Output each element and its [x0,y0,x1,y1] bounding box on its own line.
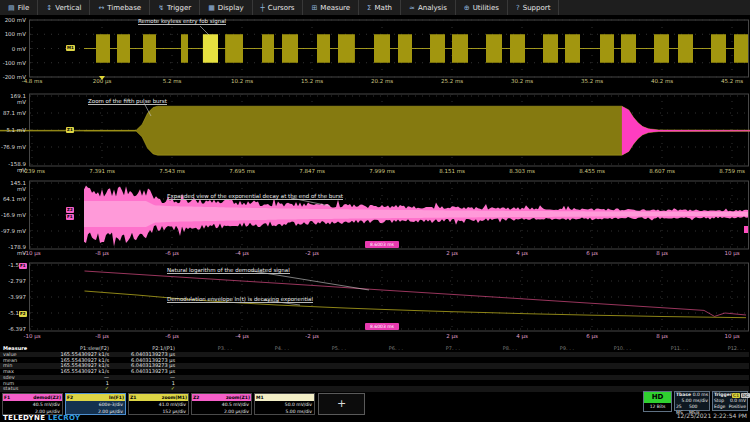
x-tick-label: -6 µs [150,333,194,339]
annotation-fifth-burst: Zoom of the fifth pulse burst [88,98,167,105]
x-tick-label: 8.759 ms [710,168,750,174]
measure-cell [293,386,350,392]
y-tick-label: -16.9 mV [0,212,26,218]
x-tick-label: 15.2 ms [290,78,334,84]
add-trace-button[interactable]: + [318,393,365,415]
analysis-icon: ≈ [409,4,415,12]
vertical-scale: 41.0 mV/div [129,401,188,408]
trace-chip-m1[interactable]: M1 [66,45,75,51]
horizontal-scale: 2.00 µs/div [3,408,62,415]
waveform-panel-m1[interactable]: Remote keyless entry fob signal 200 mV10… [0,17,750,90]
trigger-slope: Positive [729,404,746,410]
timebase-rate: 500 MS/s [689,404,708,410]
datetime: 12/25/2021 2:22:54 PM [677,412,747,419]
waveform-panel-z2[interactable]: Expanded view of the exponential decay a… [0,179,750,261]
x-tick-label: 40.2 ms [640,78,684,84]
x-tick-label: 7.239 ms [10,168,54,174]
measure-cell [350,386,407,392]
file-icon: ▤ [8,4,15,12]
menu-timebase[interactable]: ↔Timebase [90,0,150,15]
descriptor-f2[interactable]: F2ln(F1)600e-3/div2.00 µs/div [65,393,126,415]
z2-waveform [0,179,750,261]
menu-cursors[interactable]: ┼Cursors [253,0,304,15]
brand-logo: TELEDYNE LECROY [3,414,80,422]
acquisition-mode-badge[interactable]: HD 12 Bits [643,391,672,412]
waveform-panel-z1[interactable]: Zoom of the fifth pulse burst 169.1 mV87… [0,90,750,179]
descriptor-f1[interactable]: F1demod(Z2)40.5 mV/div2.00 µs/div [2,393,63,415]
x-tick-label: 8 µs [640,333,684,339]
x-tick-label: 30.2 ms [500,78,544,84]
x-tick-label: -4 µs [220,333,264,339]
y-tick-label: -2.797 [0,278,26,284]
trace-chip-f1[interactable]: F1 [19,263,27,269]
oscilloscope-screen: ▤File↕Vertical↔Timebase↯Trigger▦Display┼… [0,0,750,422]
measure-cell [578,386,635,392]
menu-analysis[interactable]: ≈Analysis [401,0,456,15]
trace-chip-z2[interactable]: Z2 [66,207,74,213]
support-icon: ? [516,4,520,12]
x-tick-label: 10 µs [710,250,750,256]
waveform-panel-f2[interactable]: Natural logarithm of the demodulated sig… [0,261,750,346]
x-tick-label: 20.2 ms [360,78,404,84]
reference-time-badge: 8.6003 ms [365,241,399,248]
trace-function: zoom(Z1) [226,394,250,401]
vertical-scale: 40.5 mV/div [192,401,251,408]
menu-label: Math [375,4,393,12]
y-tick-label: 200 mV [0,17,26,23]
x-tick-label: 4 µs [500,333,544,339]
menu-file[interactable]: ▤File [0,0,38,15]
vertical-scale: 600e-3/div [66,401,125,408]
x-tick-label: 200 µs [80,78,124,84]
descriptor-z1[interactable]: Z1zoom(M1)41.0 mV/div152 µs/div [128,393,189,415]
y-tick-label: 100 mV [0,31,26,37]
timebase-samples: 25 MS [676,404,689,410]
menu-measure[interactable]: ⊞Measure [303,0,359,15]
x-tick-label: -10 µs [10,250,54,256]
x-tick-label: 7.391 ms [80,168,124,174]
descriptor-z2[interactable]: Z2zoom(Z1)40.5 mV/div2.00 µs/div [191,393,252,415]
measure-icon: ⊞ [311,4,317,12]
x-tick-label: 6 µs [570,250,614,256]
x-tick-label: 7.695 ms [220,168,264,174]
x-tick-label: 35.2 ms [570,78,614,84]
descriptor-m1[interactable]: M150.0 mV/div5.00 ms/div [254,393,315,415]
measure-cell [407,386,464,392]
menu-trigger[interactable]: ↯Trigger [150,0,200,15]
menu-label: Analysis [418,4,447,12]
timebase-summary[interactable]: Tbase0.0 ms 5.00 ms/div 25 MS500 MS/s [674,391,710,411]
trigger-type: Edge [714,404,725,410]
y-tick-label: -97.9 mV [0,228,26,234]
vertical-scale: 40.5 mV/div [3,401,62,408]
horizontal-scale: 2.00 µs/div [192,408,251,415]
trace-chip-f1[interactable]: F1 [66,214,74,220]
y-tick-label: -6.397 [0,326,26,332]
trace-chip-f2[interactable]: F2 [19,311,27,317]
menu-label: File [18,4,30,12]
bits-label: 12 Bits [644,403,671,411]
menu-support[interactable]: ?Support [508,0,559,15]
x-tick-label: -2 µs [290,333,334,339]
y-tick-label: 0 mV [0,46,26,52]
x-tick-label: 8.455 ms [570,168,614,174]
menu-math[interactable]: ΣMath [359,0,401,15]
x-tick-label: 7.847 ms [290,168,334,174]
measure-cell: ✓ [113,386,179,392]
brand-secondary: LECROY [48,414,80,422]
measure-row-label: status [0,386,35,392]
menu-display[interactable]: ▦Display [200,0,252,15]
horizontal-scale: 5.00 ms/div [255,408,314,415]
menu-utilities[interactable]: ⊕Utilities [456,0,508,15]
menu-vertical[interactable]: ↕Vertical [38,0,90,15]
menu-label: Display [218,4,244,12]
timebase-icon: ↔ [98,4,104,12]
trace-name: F2 [67,394,73,401]
x-tick-label: 10 µs [710,333,750,339]
menu-label: Utilities [473,4,499,12]
trace-function: demod(Z2) [33,394,61,401]
measure-table: MeasureP1:slew(F2)P2:1/(P1)P3. . .P4. . … [0,346,750,392]
trigger-summary[interactable]: TriggerC1DC Stop0.0 mV EdgePositive [712,391,748,411]
menu-label: Measure [320,4,350,12]
measure-cell [464,386,521,392]
trace-chip-z1[interactable]: Z1 [66,127,74,133]
x-tick-label: 7.999 ms [360,168,404,174]
